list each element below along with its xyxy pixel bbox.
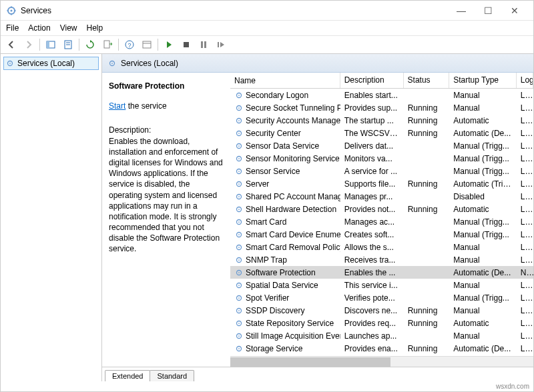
service-row[interactable]: Sensor Monitoring ServiceMonitors va...M… bbox=[230, 152, 533, 165]
service-status bbox=[404, 272, 450, 273]
gear-icon bbox=[234, 179, 244, 189]
service-startup: Manual (Trigg... bbox=[449, 141, 517, 151]
service-desc: Provides req... bbox=[340, 318, 404, 329]
service-logon: Loc bbox=[517, 179, 533, 189]
view-tabs: Extended Standard bbox=[102, 367, 533, 381]
gear-icon bbox=[234, 293, 244, 303]
service-startup: Manual bbox=[449, 103, 517, 113]
forward-button[interactable] bbox=[21, 37, 37, 52]
toolbar-separator bbox=[158, 39, 158, 51]
properties-button[interactable] bbox=[139, 37, 155, 52]
service-name: Security Accounts Manager bbox=[246, 116, 340, 125]
service-name: Sensor Data Service bbox=[246, 141, 319, 151]
gear-icon bbox=[234, 192, 244, 201]
menu-help[interactable]: Help bbox=[87, 23, 103, 33]
horizontal-scrollbar[interactable] bbox=[230, 356, 533, 367]
maximize-button[interactable]: ☐ bbox=[475, 1, 501, 20]
service-logon: Loc bbox=[517, 229, 533, 240]
svg-point-41 bbox=[238, 196, 240, 197]
col-logon[interactable]: Log bbox=[517, 73, 533, 88]
toolbar: ? bbox=[1, 35, 533, 54]
service-row[interactable]: Secondary LogonEnables start...ManualLoc bbox=[230, 89, 533, 101]
description-label: Description: bbox=[109, 125, 224, 135]
svg-point-43 bbox=[238, 209, 240, 210]
service-logon: Loc bbox=[517, 280, 533, 291]
service-name: Smart Card Device Enumerat... bbox=[246, 230, 340, 239]
col-name[interactable]: Name bbox=[230, 73, 340, 88]
service-logon: Loc bbox=[517, 204, 533, 215]
service-status: Running bbox=[404, 128, 450, 139]
service-row[interactable]: Smart Card Removal PolicyAllows the s...… bbox=[230, 241, 533, 253]
svg-point-33 bbox=[238, 145, 240, 147]
export-button[interactable] bbox=[99, 37, 115, 52]
restart-service-button[interactable] bbox=[213, 37, 229, 52]
service-desc: Manages pr... bbox=[340, 191, 404, 202]
menu-action[interactable]: Action bbox=[28, 23, 50, 33]
service-status bbox=[404, 247, 450, 248]
service-row[interactable]: Software ProtectionEnables the ...Automa… bbox=[230, 266, 533, 279]
refresh-button[interactable] bbox=[82, 37, 98, 52]
svg-rect-7 bbox=[47, 41, 49, 48]
menu-view[interactable]: View bbox=[60, 23, 77, 33]
help-button[interactable]: ? bbox=[121, 37, 138, 52]
pause-service-button[interactable] bbox=[196, 37, 212, 52]
tab-standard[interactable]: Standard bbox=[150, 370, 194, 381]
service-row[interactable]: SSDP DiscoveryDiscovers ne...RunningManu… bbox=[230, 304, 533, 317]
service-row[interactable]: ServerSupports file...RunningAutomatic (… bbox=[230, 177, 533, 190]
service-row[interactable]: Spatial Data ServiceThis service i...Man… bbox=[230, 279, 533, 291]
tab-extended[interactable]: Extended bbox=[105, 370, 150, 381]
service-logon: Loc bbox=[517, 153, 533, 164]
tree-item-services-local[interactable]: Services (Local) bbox=[3, 57, 99, 70]
svg-point-53 bbox=[238, 272, 240, 273]
svg-rect-19 bbox=[218, 42, 219, 47]
col-description[interactable]: Description bbox=[340, 73, 404, 88]
service-row[interactable]: Smart Card Device Enumerat...Creates sof… bbox=[230, 228, 533, 241]
gear-icon bbox=[107, 59, 117, 68]
svg-point-27 bbox=[238, 107, 240, 109]
service-row[interactable]: Still Image Acquisition EventsLaunches a… bbox=[230, 329, 533, 342]
service-row[interactable]: Shared PC Account ManagerManages pr...Di… bbox=[230, 190, 533, 203]
back-button[interactable] bbox=[3, 37, 19, 52]
service-row[interactable]: Sensor Data ServiceDelivers dat...Manual… bbox=[230, 139, 533, 152]
svg-point-1 bbox=[11, 9, 13, 11]
service-row[interactable]: Storage ServiceProvides ena...RunningAut… bbox=[230, 342, 533, 355]
menu-file[interactable]: File bbox=[6, 23, 19, 33]
service-desc: Manages ac... bbox=[340, 217, 404, 227]
service-logon: Loc bbox=[517, 103, 533, 113]
service-status bbox=[404, 171, 450, 172]
col-startup[interactable]: Startup Type bbox=[449, 73, 517, 88]
show-hide-tree-button[interactable] bbox=[43, 37, 59, 52]
service-startup: Automatic bbox=[449, 204, 517, 215]
service-desc: Enables start... bbox=[340, 90, 404, 101]
service-row[interactable]: Security Accounts ManagerThe startup ...… bbox=[230, 114, 533, 127]
service-status: Running bbox=[404, 305, 450, 316]
service-status bbox=[404, 285, 450, 286]
stop-service-button[interactable] bbox=[178, 37, 194, 52]
col-status[interactable]: Status bbox=[404, 73, 450, 88]
service-desc: This service i... bbox=[340, 280, 404, 291]
svg-rect-16 bbox=[184, 42, 189, 47]
svg-point-65 bbox=[238, 348, 240, 349]
svg-point-55 bbox=[238, 285, 240, 286]
service-logon: Loc bbox=[517, 166, 533, 177]
service-desc: Receives tra... bbox=[340, 255, 404, 265]
window-title: Services bbox=[21, 6, 51, 15]
service-row[interactable]: Shell Hardware DetectionProvides not...R… bbox=[230, 203, 533, 215]
close-button[interactable]: ✕ bbox=[501, 1, 528, 20]
service-row[interactable]: SNMP TrapReceives tra...ManualLoc bbox=[230, 253, 533, 266]
service-status: Running bbox=[404, 343, 450, 354]
svg-point-39 bbox=[238, 183, 240, 185]
service-name: Shared PC Account Manager bbox=[246, 192, 340, 201]
properties-toolbar-button[interactable] bbox=[60, 37, 76, 52]
service-row[interactable]: Security CenterThe WSCSVC...RunningAutom… bbox=[230, 127, 533, 139]
gear-icon bbox=[234, 167, 244, 176]
service-row[interactable]: State Repository ServiceProvides req...R… bbox=[230, 317, 533, 329]
minimize-button[interactable]: — bbox=[448, 1, 475, 20]
service-row[interactable]: Secure Socket Tunneling Pro...Provides s… bbox=[230, 101, 533, 114]
service-row[interactable]: Smart CardManages ac...Manual (Trigg...L… bbox=[230, 215, 533, 228]
service-row[interactable]: Spot VerifierVerifies pote...Manual (Tri… bbox=[230, 291, 533, 304]
svg-point-57 bbox=[238, 297, 240, 299]
start-service-button[interactable] bbox=[161, 37, 177, 52]
service-row[interactable]: Sensor ServiceA service for ...Manual (T… bbox=[230, 165, 533, 177]
start-link[interactable]: Start bbox=[109, 101, 125, 111]
